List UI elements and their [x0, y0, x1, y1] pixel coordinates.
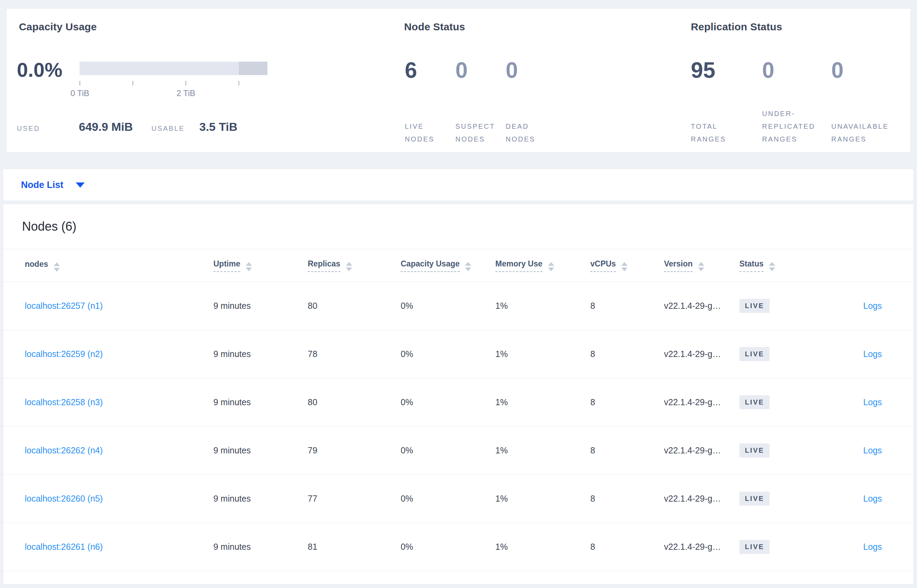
node-address-link[interactable]: localhost:26258 (n3)	[25, 397, 103, 407]
sort-icon	[346, 262, 352, 271]
replication-status-title: Replication Status	[691, 21, 782, 33]
logs-link[interactable]: Logs	[863, 446, 882, 455]
capacity-axis-label-2: 2 TiB	[169, 89, 203, 98]
capacity-axis-tick	[239, 81, 239, 86]
uptime-cell: 9 minutes	[213, 542, 308, 552]
capacity-cell: 0%	[401, 301, 495, 311]
table-row: localhost:26259 (n2) 9 minutes 78 0% 1% …	[3, 330, 914, 378]
vcpus-cell: 8	[590, 542, 664, 552]
node-address-link[interactable]: localhost:26261 (n6)	[25, 542, 103, 551]
table-row: localhost:26260 (n5) 9 minutes 77 0% 1% …	[3, 475, 914, 523]
node-address-link[interactable]: localhost:26262 (n4)	[25, 446, 103, 455]
version-cell: v22.1.4-29-g…	[664, 542, 739, 552]
replicas-cell: 79	[308, 446, 401, 456]
sort-icon	[465, 262, 471, 271]
nodes-table: nodes Uptime Replicas Capacity Usage Mem…	[3, 249, 914, 571]
unavailable-label: UNAVAILABLE RANGES	[831, 120, 905, 145]
sort-icon	[54, 262, 60, 271]
node-address-link[interactable]: localhost:26260 (n5)	[25, 494, 103, 503]
live-nodes-stat: 6 LIVE NODES	[405, 59, 446, 145]
replicas-cell: 80	[308, 397, 401, 407]
status-badge: LIVE	[739, 492, 770, 506]
suspect-nodes-stat: 0 SUSPECT NODES	[455, 59, 500, 145]
header-version[interactable]: Version	[664, 259, 739, 272]
header-replicas[interactable]: Replicas	[308, 259, 401, 272]
sort-icon	[698, 262, 704, 271]
header-memory-use[interactable]: Memory Use	[495, 259, 590, 272]
memory-cell: 1%	[495, 397, 590, 407]
uptime-cell: 9 minutes	[213, 446, 308, 456]
header-status[interactable]: Status	[739, 259, 822, 272]
capacity-axis-tick	[186, 81, 186, 86]
capacity-usage-bar: 0 TiB 2 TiB	[79, 61, 268, 100]
uptime-cell: 9 minutes	[213, 349, 308, 359]
header-capacity-usage[interactable]: Capacity Usage	[401, 259, 495, 272]
node-list-dropdown[interactable]: Node List	[21, 180, 85, 191]
logs-link[interactable]: Logs	[863, 301, 882, 310]
status-badge: LIVE	[739, 443, 770, 457]
used-label: USED	[17, 124, 79, 132]
sort-icon	[246, 262, 252, 271]
dead-nodes-count: 0	[506, 59, 547, 82]
vcpus-cell: 8	[590, 494, 664, 504]
capacity-axis-label-0: 0 TiB	[63, 89, 97, 98]
used-value: 649.9 MiB	[79, 120, 152, 134]
suspect-nodes-label: SUSPECT NODES	[455, 120, 500, 145]
total-ranges-label: TOTAL RANGES	[691, 120, 739, 145]
logs-link[interactable]: Logs	[863, 542, 882, 551]
total-ranges-stat: 95 TOTAL RANGES	[691, 59, 739, 145]
version-cell: v22.1.4-29-g…	[664, 446, 739, 456]
status-badge: LIVE	[739, 347, 770, 361]
cluster-summary-panel: Capacity Usage 0.0% 0 TiB 2 TiB USED 649…	[6, 8, 911, 152]
node-address-link[interactable]: localhost:26259 (n2)	[25, 349, 103, 359]
capacity-cell: 0%	[401, 349, 495, 359]
replicas-cell: 81	[308, 542, 401, 552]
sort-icon	[548, 262, 554, 271]
dead-nodes-stat: 0 DEAD NODES	[506, 59, 547, 145]
capacity-cell: 0%	[401, 494, 495, 504]
node-status-title: Node Status	[404, 21, 465, 33]
replicas-cell: 80	[308, 301, 401, 311]
vcpus-cell: 8	[590, 301, 664, 311]
header-nodes[interactable]: nodes	[25, 260, 213, 271]
vcpus-cell: 8	[590, 397, 664, 407]
dead-nodes-label: DEAD NODES	[506, 120, 547, 145]
uptime-cell: 9 minutes	[213, 301, 308, 311]
vcpus-cell: 8	[590, 446, 664, 456]
header-uptime[interactable]: Uptime	[213, 259, 308, 272]
table-row: localhost:26261 (n6) 9 minutes 81 0% 1% …	[3, 523, 914, 571]
capacity-used-usable-row: USED 649.9 MiB USABLE 3.5 TiB	[17, 120, 237, 134]
version-cell: v22.1.4-29-g…	[664, 301, 739, 311]
version-cell: v22.1.4-29-g…	[664, 494, 739, 504]
chevron-down-icon	[76, 183, 85, 187]
header-vcpus[interactable]: vCPUs	[590, 259, 664, 272]
memory-cell: 1%	[495, 349, 590, 359]
nodes-table-title: Nodes (6)	[22, 219, 76, 234]
capacity-bar-nonusable-segment	[239, 61, 268, 75]
usable-value: 3.5 TiB	[199, 120, 237, 134]
live-nodes-count: 6	[405, 59, 446, 82]
capacity-cell: 0%	[401, 542, 495, 552]
capacity-axis-tick	[132, 81, 133, 86]
sort-icon	[621, 262, 628, 271]
version-cell: v22.1.4-29-g…	[664, 397, 739, 407]
unavailable-count: 0	[831, 59, 905, 82]
table-row: localhost:26262 (n4) 9 minutes 79 0% 1% …	[3, 426, 914, 475]
vcpus-cell: 8	[590, 349, 664, 359]
logs-link[interactable]: Logs	[863, 349, 882, 359]
node-address-link[interactable]: localhost:26257 (n1)	[25, 301, 103, 310]
capacity-usage-title: Capacity Usage	[19, 21, 97, 33]
memory-cell: 1%	[495, 542, 590, 552]
under-replicated-label: UNDER-REPLICATED RANGES	[762, 107, 831, 145]
view-selector-bar: Node List	[3, 169, 914, 201]
under-replicated-ranges-stat: 0 UNDER-REPLICATED RANGES	[762, 59, 831, 145]
table-row: localhost:26258 (n3) 9 minutes 80 0% 1% …	[3, 378, 914, 426]
capacity-cell: 0%	[401, 446, 495, 456]
logs-link[interactable]: Logs	[863, 494, 882, 503]
logs-link[interactable]: Logs	[863, 397, 882, 407]
total-ranges-count: 95	[691, 59, 739, 82]
unavailable-ranges-stat: 0 UNAVAILABLE RANGES	[831, 59, 905, 145]
nodes-table-panel: Nodes (6) nodes Uptime Replicas Capacity…	[3, 204, 914, 585]
replicas-cell: 78	[308, 349, 401, 359]
status-badge: LIVE	[739, 395, 770, 409]
